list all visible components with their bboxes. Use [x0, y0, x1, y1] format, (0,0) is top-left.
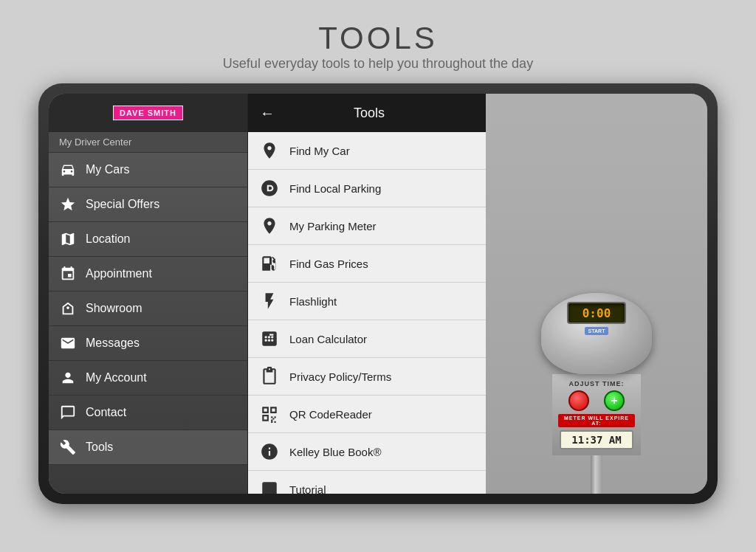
meter-area: 0:00 START ADJUST TIME: + METER WILL EXP…	[486, 94, 707, 494]
gas-icon	[258, 252, 281, 275]
meter-body: ADJUST TIME: + METER WILL EXPIRE AT: 11:…	[552, 374, 641, 455]
meter-pole	[591, 455, 602, 494]
person-icon	[59, 369, 77, 387]
sidebar-item-tools[interactable]: Tools	[49, 430, 247, 465]
meter-display: 0:00	[567, 302, 626, 324]
sidebar-label-tools: Tools	[86, 441, 113, 454]
contact-icon	[59, 404, 77, 421]
sidebar-logo: DAVE SMITH	[49, 94, 247, 132]
tutorial-icon	[258, 478, 281, 494]
tablet-screen: DAVE SMITH My Driver Center My Cars Spec…	[49, 94, 707, 494]
tools-panel-title: Tools	[286, 106, 474, 121]
tool-label-my-parking-meter: My Parking Meter	[289, 220, 377, 232]
expire-time: 11:37 AM	[560, 430, 633, 449]
flashlight-icon	[258, 290, 281, 312]
tool-label-tutorial: Tutorial	[289, 483, 326, 494]
sidebar-item-my-cars[interactable]: My Cars	[49, 153, 247, 187]
tool-loan-calculator[interactable]: Loan Calculator	[248, 320, 486, 358]
meter-start-btn: START	[585, 327, 609, 335]
sidebar-label-appointment: Appointment	[86, 267, 152, 280]
tool-label-find-local-parking: Find Local Parking	[289, 182, 381, 195]
sidebar-item-messages[interactable]: Messages	[49, 326, 247, 361]
tools-list: Find My Car Find Local Parking My Parkin…	[248, 132, 486, 494]
tool-find-gas-prices[interactable]: Find Gas Prices	[248, 245, 486, 283]
sidebar-item-showroom[interactable]: Showroom	[49, 291, 247, 326]
sidebar: DAVE SMITH My Driver Center My Cars Spec…	[49, 94, 248, 494]
tool-label-flashlight: Flashlight	[289, 295, 337, 308]
sidebar-item-location[interactable]: Location	[49, 222, 247, 257]
tool-label-find-gas-prices: Find Gas Prices	[289, 258, 368, 270]
star-icon	[59, 196, 77, 213]
logo-badge: DAVE SMITH	[113, 106, 183, 120]
tool-label-kbb: Kelley Blue Book®	[289, 446, 381, 458]
sidebar-label-special-offers: Special Offers	[86, 198, 159, 211]
parking-meter: 0:00 START ADJUST TIME: + METER WILL EXP…	[541, 293, 652, 494]
meter-increase-button[interactable]: +	[604, 390, 625, 411]
tool-flashlight[interactable]: Flashlight	[248, 283, 486, 320]
qr-icon	[258, 403, 281, 425]
tool-find-local-parking[interactable]: Find Local Parking	[248, 170, 486, 207]
sidebar-label-contact: Contact	[86, 406, 126, 419]
tools-icon	[59, 438, 77, 456]
tool-label-privacy-policy: Privacy Policy/Terms	[289, 370, 391, 383]
showroom-icon	[59, 300, 77, 317]
calendar-icon	[59, 265, 77, 283]
tablet-frame: DAVE SMITH My Driver Center My Cars Spec…	[38, 83, 718, 504]
driver-center-label: My Driver Center	[49, 132, 247, 153]
back-button[interactable]: ←	[260, 105, 275, 122]
page-header: TOOLS Useful everyday tools to help you …	[223, 0, 533, 83]
meter-icon	[258, 215, 281, 237]
meter-buttons: +	[568, 390, 625, 411]
sidebar-item-my-account[interactable]: My Account	[49, 361, 247, 396]
tool-qr-code[interactable]: QR CodeReader	[248, 396, 486, 433]
map-icon	[59, 230, 77, 248]
tool-label-find-my-car: Find My Car	[289, 145, 350, 157]
tool-kbb[interactable]: Kelley Blue Book®	[248, 433, 486, 471]
sidebar-label-messages: Messages	[86, 337, 140, 350]
envelope-icon	[59, 334, 77, 352]
meter-head: 0:00 START	[541, 293, 652, 374]
meter-decrease-button[interactable]	[568, 390, 589, 411]
car-icon	[59, 161, 77, 179]
tool-label-qr-code: QR CodeReader	[289, 408, 372, 421]
expire-label: METER WILL EXPIRE AT:	[558, 414, 635, 427]
kbb-icon	[258, 441, 281, 463]
tool-privacy-policy[interactable]: Privacy Policy/Terms	[248, 358, 486, 396]
tools-header: ← Tools	[248, 94, 486, 132]
tool-my-parking-meter[interactable]: My Parking Meter	[248, 207, 486, 245]
calculator-icon	[258, 328, 281, 350]
privacy-icon	[258, 365, 281, 387]
sidebar-item-appointment[interactable]: Appointment	[49, 257, 247, 291]
page-subtitle: Useful everyday tools to help you throug…	[223, 56, 533, 72]
page-title: TOOLS	[223, 21, 533, 56]
parking-icon	[258, 177, 281, 199]
tool-find-my-car[interactable]: Find My Car	[248, 132, 486, 170]
find-car-icon	[258, 139, 281, 162]
sidebar-item-special-offers[interactable]: Special Offers	[49, 187, 247, 222]
sidebar-label-showroom: Showroom	[86, 302, 142, 315]
sidebar-item-contact[interactable]: Contact	[49, 396, 247, 430]
adjust-time-label: ADJUST TIME:	[569, 380, 625, 387]
sidebar-label-location: Location	[86, 232, 131, 246]
sidebar-label-my-account: My Account	[86, 371, 147, 384]
tool-tutorial[interactable]: Tutorial	[248, 471, 486, 494]
sidebar-label-my-cars: My Cars	[86, 163, 130, 176]
tool-label-loan-calculator: Loan Calculator	[289, 333, 367, 345]
tools-panel: ← Tools Find My Car Find Local Parking	[248, 94, 486, 494]
